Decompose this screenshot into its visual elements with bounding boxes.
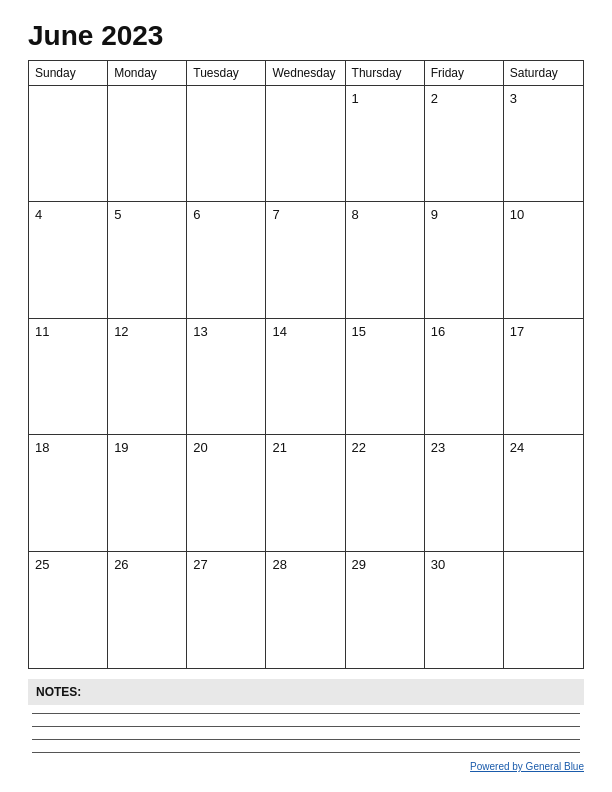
calendar-cell: 29 bbox=[346, 552, 425, 668]
notes-line-1 bbox=[32, 713, 580, 714]
calendar-cell: 7 bbox=[266, 202, 345, 318]
calendar-cell: 4 bbox=[29, 202, 108, 318]
month-title: June 2023 bbox=[28, 20, 584, 52]
calendar-cell: 8 bbox=[346, 202, 425, 318]
calendar-cell: 10 bbox=[504, 202, 583, 318]
calendar-cell: 2 bbox=[425, 86, 504, 202]
calendar-cell: 12 bbox=[108, 319, 187, 435]
notes-section: NOTES: bbox=[28, 679, 584, 753]
calendar-cell: 14 bbox=[266, 319, 345, 435]
calendar-cell: 23 bbox=[425, 435, 504, 551]
day-name-friday: Friday bbox=[425, 61, 504, 85]
calendar-cell: 11 bbox=[29, 319, 108, 435]
notes-label: NOTES: bbox=[28, 679, 584, 705]
calendar-cell: 6 bbox=[187, 202, 266, 318]
powered-by-link[interactable]: Powered by General Blue bbox=[470, 761, 584, 772]
calendar-cell: 9 bbox=[425, 202, 504, 318]
day-name-thursday: Thursday bbox=[346, 61, 425, 85]
notes-line-3 bbox=[32, 739, 580, 740]
calendar-cell bbox=[29, 86, 108, 202]
calendar-cell: 21 bbox=[266, 435, 345, 551]
calendar-cell: 19 bbox=[108, 435, 187, 551]
calendar-cell: 18 bbox=[29, 435, 108, 551]
calendar-cell: 25 bbox=[29, 552, 108, 668]
calendar-cell: 3 bbox=[504, 86, 583, 202]
calendar-cell: 15 bbox=[346, 319, 425, 435]
day-name-tuesday: Tuesday bbox=[187, 61, 266, 85]
calendar-cell: 20 bbox=[187, 435, 266, 551]
calendar-cell: 27 bbox=[187, 552, 266, 668]
notes-line-2 bbox=[32, 726, 580, 727]
calendar: SundayMondayTuesdayWednesdayThursdayFrid… bbox=[28, 60, 584, 669]
powered-by: Powered by General Blue bbox=[28, 761, 584, 772]
calendar-cell: 24 bbox=[504, 435, 583, 551]
notes-lines bbox=[28, 713, 584, 753]
page: June 2023 SundayMondayTuesdayWednesdayTh… bbox=[0, 0, 612, 792]
day-name-saturday: Saturday bbox=[504, 61, 583, 85]
calendar-cell bbox=[266, 86, 345, 202]
calendar-cell bbox=[108, 86, 187, 202]
day-name-sunday: Sunday bbox=[29, 61, 108, 85]
calendar-cell: 30 bbox=[425, 552, 504, 668]
calendar-grid: 1234567891011121314151617181920212223242… bbox=[29, 86, 583, 668]
notes-line-4 bbox=[32, 752, 580, 753]
calendar-cell: 28 bbox=[266, 552, 345, 668]
calendar-cell: 16 bbox=[425, 319, 504, 435]
calendar-cell: 5 bbox=[108, 202, 187, 318]
calendar-cell bbox=[504, 552, 583, 668]
calendar-cell: 13 bbox=[187, 319, 266, 435]
calendar-cell: 1 bbox=[346, 86, 425, 202]
day-name-monday: Monday bbox=[108, 61, 187, 85]
calendar-cell bbox=[187, 86, 266, 202]
day-name-wednesday: Wednesday bbox=[266, 61, 345, 85]
calendar-header: SundayMondayTuesdayWednesdayThursdayFrid… bbox=[29, 61, 583, 86]
calendar-cell: 22 bbox=[346, 435, 425, 551]
calendar-cell: 26 bbox=[108, 552, 187, 668]
calendar-cell: 17 bbox=[504, 319, 583, 435]
